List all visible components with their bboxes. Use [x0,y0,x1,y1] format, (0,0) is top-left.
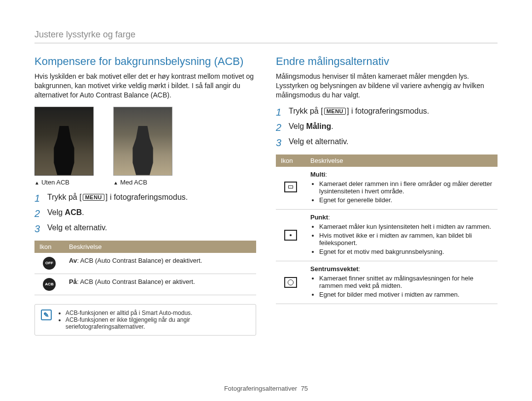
step-1: 1 Trykk på [MENU] i fotograferingsmodus. [276,107,498,118]
table-header-row: Ikon Beskrivelse [276,154,498,167]
table-row: Multi: Kameraet deler rammen inn i flere… [276,167,498,210]
acb-paragraph: Hvis lyskilden er bak motivet eller det … [34,72,256,100]
photo-with-acb-wrap: Med ACB [113,107,172,186]
acb-steps: 1 Trykk på [MENU] i fotograferingsmodus.… [34,193,256,235]
step-text: Velg ACB. [47,208,84,217]
icon-cell [276,261,305,304]
metering-options-table: Ikon Beskrivelse Multi: Kameraet deler r… [276,154,498,304]
step-number: 3 [34,223,42,235]
desc-cell: Sentrumsvektet: Kameraet finner snittet … [305,261,498,304]
step-number: 2 [34,208,42,219]
step-text: Velg et alternativ. [289,137,349,146]
table-row: OFF Av: ACB (Auto Contrast Balance) er d… [34,253,256,274]
acb-options-table: Ikon Beskrivelse OFF Av: ACB (Auto Contr… [34,241,256,295]
page: Justere lysstyrke og farge Kompensere fo… [0,0,532,401]
metering-heading: Endre målingsalternativ [276,55,498,68]
acb-heading: Kompensere for bakgrunnsbelysning (ACB) [34,55,256,68]
bullet-list: Kameraet måler kun lysintensiteten helt … [310,223,493,255]
breadcrumb: Justere lysstyrke og farge [34,30,498,40]
icon-cell: OFF [34,253,64,274]
left-column: Kompensere for bakgrunnsbelysning (ACB) … [34,55,256,336]
step-text: Trykk på [MENU] i fotograferingsmodus. [47,193,188,202]
table-header-row: Ikon Beskrivelse [34,241,256,253]
table-row: ACB På: ACB (Auto Contrast Balance) er a… [34,274,256,295]
bullet: Kameraet deler rammen inn i flere område… [319,180,493,195]
right-column: Endre målingsalternativ Målingsmodus hen… [276,55,498,336]
note-item: ACB-funksjonen er alltid på i Smart Auto… [66,309,250,316]
page-footer: Fotograferingsalternativer 75 [0,385,532,392]
step-text: Trykk på [MENU] i fotograferingsmodus. [289,107,429,116]
icon-cell [276,209,305,261]
step-2: 2 Velg Måling. [276,122,498,133]
triangle-icon [113,179,118,186]
photo-with-acb [113,107,172,176]
desc-cell: På: ACB (Auto Contrast Balance) er aktiv… [64,274,256,295]
header-icon: Ikon [276,154,305,167]
step-3: 3 Velg et alternativ. [34,223,256,235]
table-row: Punkt: Kameraet måler kun lysintensitete… [276,209,498,261]
table-row: Sentrumsvektet: Kameraet finner snittet … [276,261,498,304]
photo-without-acb-wrap: Uten ACB [34,107,94,186]
bullet: Kameraet måler kun lysintensiteten helt … [319,223,493,230]
step-text: Velg et alternativ. [47,223,107,232]
step-3: 3 Velg et alternativ. [276,137,498,149]
metering-center-icon [284,277,297,288]
bullet: Egnet for generelle bilder. [319,196,493,204]
two-column-layout: Kompensere for bakgrunnsbelysning (ACB) … [34,55,498,336]
note-icon: ✎ [41,309,52,320]
step-2: 2 Velg ACB. [34,208,256,219]
divider [34,43,498,43]
bullet: Egnet for bilder med motiver i midten av… [319,291,493,298]
header-desc: Beskrivelse [305,154,498,167]
bullet-list: Kameraet deler rammen inn i flere område… [310,180,493,204]
metering-multi-icon [284,182,297,192]
bullet: Egnet for et motiv med bakgrunnsbelysnin… [319,248,493,255]
note-item: ACB-funksjonen er ikke tilgjengelig når … [66,316,250,330]
caption-text: Med ACB [120,179,147,186]
caption-with-acb: Med ACB [113,179,172,186]
step-number: 1 [276,107,284,118]
bullet: Hvis motivet ikke er i midten av rammen,… [319,232,493,247]
desc-cell: Av: ACB (Auto Contrast Balance) er deakt… [64,253,256,274]
note-box: ✎ ACB-funksjonen er alltid på i Smart Au… [34,304,256,336]
menu-icon: MENU [324,108,346,115]
triangle-icon [34,179,39,186]
desc-cell: Multi: Kameraet deler rammen inn i flere… [305,167,498,210]
metering-spot-icon [284,230,297,241]
acb-off-icon: OFF [43,257,56,270]
step-number: 3 [276,137,284,149]
header-icon: Ikon [34,241,64,253]
step-number: 2 [276,122,284,133]
bullet-list: Kameraet finner snittet av målingsavlesn… [310,275,493,298]
caption-text: Uten ACB [41,179,69,186]
icon-cell: ACB [34,274,64,295]
acb-on-icon: ACB [43,278,56,291]
metering-steps: 1 Trykk på [MENU] i fotograferingsmodus.… [276,107,498,149]
note-list: ACB-funksjonen er alltid på i Smart Auto… [58,309,250,330]
photo-comparison: Uten ACB Med ACB [34,107,256,186]
step-text: Velg Måling. [289,122,333,131]
footer-section: Fotograferingsalternativer [224,385,297,392]
metering-paragraph: Målingsmodus henviser til måten kameraet… [276,72,498,100]
bullet: Kameraet finner snittet av målingsavlesn… [319,275,493,289]
step-number: 1 [34,193,42,204]
photo-without-acb [34,107,94,176]
header-desc: Beskrivelse [64,241,256,253]
step-1: 1 Trykk på [MENU] i fotograferingsmodus. [34,193,256,204]
desc-cell: Punkt: Kameraet måler kun lysintensitete… [305,209,498,261]
icon-cell [276,167,305,210]
page-number: 75 [301,385,308,392]
menu-icon: MENU [83,194,104,201]
caption-without-acb: Uten ACB [34,179,94,186]
